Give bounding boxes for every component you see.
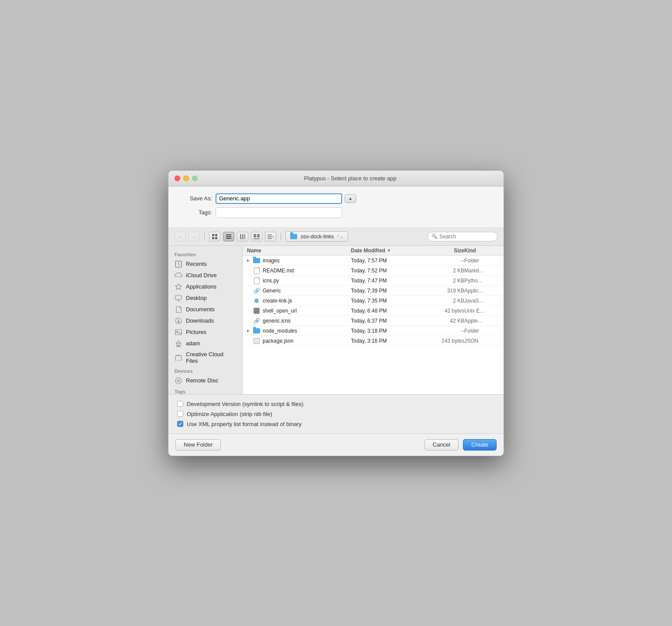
file-date: Today, 3:16 PM (351, 338, 421, 344)
file-name: Generic (263, 288, 281, 294)
close-button[interactable] (175, 175, 180, 181)
table-row[interactable]: ▶ images Today, 7:57 PM -- Folder (243, 256, 504, 266)
sidebar: Favorites Recents iCloud Drive Applicati… (168, 246, 243, 394)
svg-rect-10 (254, 234, 256, 237)
file-name: README.md (263, 268, 294, 274)
table-row[interactable]: ▶ package.json Today, 3:16 PM 243 bytes … (243, 336, 504, 346)
downloads-icon (175, 317, 182, 325)
favorites-label: Favorites (168, 249, 242, 258)
sidebar-item-applications[interactable]: Applications (168, 281, 242, 292)
svg-rect-9 (244, 234, 245, 239)
size-header[interactable]: Size (421, 248, 464, 254)
no-expand: ▶ (247, 279, 250, 282)
sidebar-item-creative-cloud[interactable]: Creative Cloud Files (168, 349, 242, 366)
sidebar-label: Recents (186, 261, 207, 267)
cloud-icon (175, 272, 182, 279)
tags-input[interactable] (216, 207, 342, 218)
dialog-window: Platypus - Select place to create app Sa… (168, 170, 504, 456)
location-button[interactable]: osx-dock-links ⌃⌄ (285, 231, 348, 242)
tags-row: Tags: (177, 207, 495, 218)
svg-rect-4 (226, 234, 231, 235)
table-row[interactable]: ▶ icns.py Today, 7:47 PM 2 KB Pytho… (243, 276, 504, 286)
toggle-button[interactable]: ▲ (345, 194, 356, 203)
file-kind: Applic… (464, 288, 499, 294)
file-date: Today, 7:57 PM (351, 258, 421, 264)
view-gallery-button[interactable] (251, 232, 262, 241)
option-checkbox-2[interactable] (177, 421, 183, 427)
svg-rect-0 (212, 234, 214, 236)
no-expand: ▶ (247, 289, 250, 292)
location-chevron: ⌃⌄ (336, 234, 343, 239)
new-folder-button[interactable]: New Folder (175, 439, 221, 451)
file-date: Today, 6:48 PM (351, 308, 421, 314)
svg-rect-5 (226, 236, 231, 237)
name-header[interactable]: Name (247, 248, 351, 254)
forward-button[interactable]: › (189, 232, 200, 241)
home-icon (175, 340, 182, 347)
cancel-label: Cancel (433, 441, 450, 448)
sidebar-item-recents[interactable]: Recents (168, 258, 242, 270)
save-as-input[interactable] (216, 193, 342, 204)
table-row[interactable]: ▶ create-link.js Today, 7:35 PM 2 KB Jav… (243, 296, 504, 306)
no-expand: ▶ (247, 339, 250, 343)
sidebar-label: Remote Disc (186, 377, 218, 384)
file-date: Today, 7:52 PM (351, 268, 421, 274)
sidebar-item-documents[interactable]: Documents (168, 304, 242, 315)
option-row-0: Development Version (symlink to script &… (177, 401, 495, 407)
svg-rect-25 (175, 330, 182, 335)
no-expand: ▶ (247, 268, 250, 272)
sidebar-item-desktop[interactable]: Desktop (168, 292, 242, 304)
view-columns-button[interactable] (237, 232, 248, 241)
file-name: shell_open_url (263, 308, 297, 314)
kind-header[interactable]: Kind (464, 248, 499, 254)
svg-rect-3 (215, 237, 217, 239)
date-header[interactable]: Date Modified ▼ (351, 248, 421, 254)
kind-header-label: Kind (464, 248, 476, 254)
toggle-icon: ▲ (348, 196, 353, 201)
view-icons-button[interactable] (209, 232, 220, 241)
sidebar-item-pictures[interactable]: Pictures (168, 327, 242, 338)
file-name-cell: ▶ create-link.js (247, 297, 351, 304)
traffic-lights (175, 175, 198, 181)
table-row[interactable]: ▶ shell_open_url Today, 6:48 PM 42 bytes… (243, 306, 504, 316)
tags-label: Tags (168, 386, 242, 394)
name-header-label: Name (247, 248, 261, 254)
table-row[interactable]: ▶ node_modules Today, 3:18 PM -- Folder (243, 326, 504, 336)
file-name-cell: ▶ 🔗 generic.icns (247, 317, 351, 324)
file-size: 243 bytes (421, 338, 464, 344)
table-row[interactable]: ▶ 🔗 generic.icns Today, 6:37 PM 42 KB Ap… (243, 316, 504, 326)
file-kind: Unix E… (464, 308, 499, 314)
file-size: 2 KB (421, 278, 464, 284)
back-button[interactable]: ‹ (175, 232, 186, 241)
option-row-2: Use XML property list format instead of … (177, 421, 495, 427)
save-as-label: Save As: (177, 195, 212, 202)
view-extra-button[interactable] (265, 232, 276, 241)
sidebar-item-adam[interactable]: adam (168, 338, 242, 349)
cancel-button[interactable]: Cancel (425, 439, 459, 451)
sidebar-item-downloads[interactable]: Downloads (168, 315, 242, 327)
svg-rect-15 (267, 238, 272, 239)
view-list-button[interactable] (223, 232, 234, 241)
sidebar-item-icloud[interactable]: iCloud Drive (168, 270, 242, 281)
table-row[interactable]: ▶ 🔗 Generic Today, 7:39 PM 319 KB Applic… (243, 286, 504, 296)
file-kind: JavaS… (464, 298, 499, 304)
folder-icon (253, 257, 260, 264)
search-input[interactable] (439, 234, 494, 240)
sidebar-label: Pictures (186, 329, 206, 335)
svg-rect-1 (215, 234, 217, 236)
sidebar-label: iCloud Drive (186, 272, 217, 279)
sidebar-item-remote-disc[interactable]: Remote Disc (168, 375, 242, 386)
sidebar-label: adam (186, 340, 200, 347)
create-button[interactable]: Create (463, 439, 497, 451)
minimize-button[interactable] (183, 175, 189, 181)
sidebar-label: Downloads (186, 317, 214, 324)
table-row[interactable]: ▶ README.md Today, 7:52 PM 2 KB Markd… (243, 266, 504, 276)
maximize-button[interactable] (192, 175, 198, 181)
doc-icon (253, 267, 260, 274)
option-checkbox-1[interactable] (177, 411, 183, 417)
search-box[interactable]: 🔍 (428, 232, 497, 241)
separator-2 (281, 233, 281, 241)
desktop-icon (175, 294, 182, 302)
no-expand: ▶ (247, 299, 250, 303)
option-checkbox-0[interactable] (177, 401, 183, 407)
